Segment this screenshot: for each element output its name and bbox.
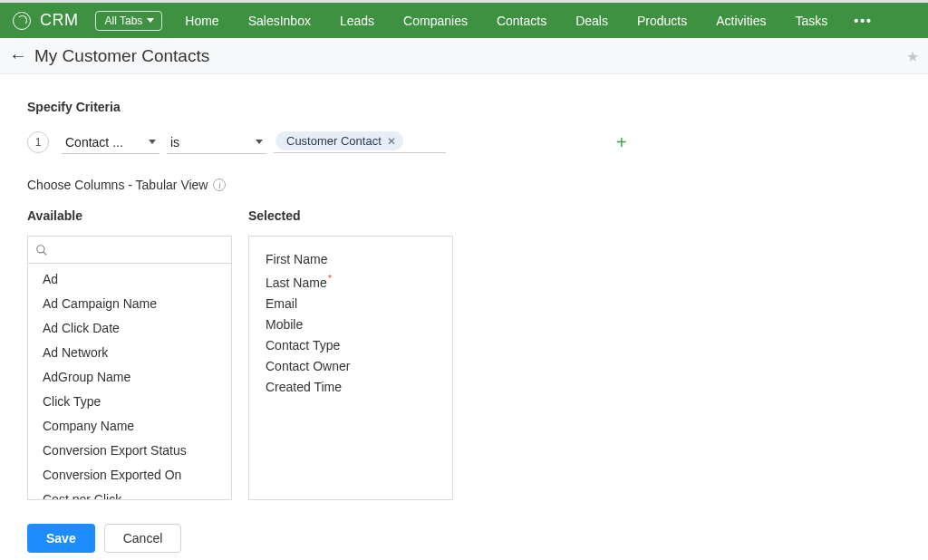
- list-item[interactable]: Ad Click Date: [28, 316, 231, 341]
- nav-item-products[interactable]: Products: [625, 3, 699, 38]
- list-item[interactable]: Ad Network: [28, 341, 231, 365]
- criteria-value-chip: Customer Contact ✕: [276, 131, 403, 150]
- svg-line-1: [44, 251, 47, 255]
- selected-item-label: Mobile: [266, 317, 303, 332]
- nav-item-contacts[interactable]: Contacts: [485, 3, 558, 38]
- selected-item-label: First Name: [266, 252, 327, 266]
- list-item[interactable]: AdGroup Name: [28, 365, 231, 390]
- selected-item[interactable]: Mobile: [266, 314, 436, 335]
- page-title: My Customer Contacts: [34, 46, 209, 66]
- choose-columns-label: Choose Columns - Tabular View i: [27, 178, 901, 192]
- search-icon: [35, 244, 48, 256]
- list-item[interactable]: Conversion Exported On: [28, 463, 231, 488]
- favorite-star-icon[interactable]: ★: [906, 47, 919, 64]
- info-icon[interactable]: i: [213, 179, 226, 191]
- criteria-condition-value: is: [170, 135, 179, 150]
- page-header: ← My Customer Contacts ★: [0, 38, 928, 74]
- chip-remove-icon[interactable]: ✕: [387, 135, 396, 148]
- chevron-down-icon: [256, 140, 263, 144]
- selected-item-label: Email: [266, 296, 297, 311]
- available-panel: Available Ad Ad Campaign Name Ad Click D…: [27, 208, 232, 500]
- top-navbar: CRM All Tabs Home SalesInbox Leads Compa…: [0, 3, 928, 38]
- list-item[interactable]: Conversion Export Status: [28, 439, 231, 463]
- nav-more-menu[interactable]: •••: [845, 14, 882, 28]
- brand-name: CRM: [40, 11, 79, 30]
- chevron-down-icon: [147, 18, 154, 23]
- nav-item-companies[interactable]: Companies: [392, 3, 479, 38]
- selected-item-label: Contact Type: [266, 338, 340, 352]
- nav-item-tasks[interactable]: Tasks: [783, 3, 839, 38]
- form-actions: Save Cancel: [0, 513, 928, 560]
- columns-section: Available Ad Ad Campaign Name Ad Click D…: [27, 208, 901, 500]
- selected-item[interactable]: Contact Owner: [266, 356, 436, 377]
- cancel-button[interactable]: Cancel: [104, 524, 182, 553]
- list-item[interactable]: Ad Campaign Name: [28, 292, 231, 316]
- criteria-chip-label: Customer Contact: [286, 134, 382, 148]
- list-item[interactable]: Click Type: [28, 390, 231, 414]
- svg-point-0: [37, 245, 44, 252]
- nav-item-leads[interactable]: Leads: [328, 3, 386, 38]
- selected-panel: Selected First Name Last Name* Email Mob…: [248, 208, 453, 500]
- criteria-field-value: Contact ...: [65, 135, 123, 150]
- criteria-row: 1 Contact ... is Customer Contact ✕ +: [27, 130, 901, 154]
- choose-columns-text: Choose Columns - Tabular View: [27, 178, 208, 192]
- available-heading: Available: [27, 208, 232, 223]
- list-item[interactable]: Cost per Click: [28, 488, 231, 500]
- selected-item[interactable]: Email: [266, 294, 436, 314]
- specify-criteria-heading: Specify Criteria: [27, 100, 901, 114]
- available-search-box[interactable]: [27, 236, 232, 263]
- nav-item-deals[interactable]: Deals: [564, 3, 620, 38]
- selected-item[interactable]: Last Name*: [266, 270, 436, 294]
- available-listbox[interactable]: Ad Ad Campaign Name Ad Click Date Ad Net…: [27, 263, 232, 500]
- criteria-condition-dropdown[interactable]: is: [167, 130, 266, 154]
- selected-item[interactable]: Created Time: [266, 377, 436, 398]
- selected-listbox[interactable]: First Name Last Name* Email Mobile Conta…: [248, 236, 453, 500]
- selected-item-label: Last Name: [266, 275, 327, 290]
- selected-item-label: Created Time: [266, 380, 342, 394]
- all-tabs-label: All Tabs: [105, 14, 143, 27]
- brand-logo-icon: [13, 12, 31, 30]
- available-search-input[interactable]: [48, 243, 224, 256]
- chevron-down-icon: [149, 140, 156, 144]
- nav-item-activities[interactable]: Activities: [704, 3, 778, 38]
- main-content: Specify Criteria 1 Contact ... is Custom…: [0, 74, 928, 513]
- selected-item[interactable]: Contact Type: [266, 335, 436, 356]
- selected-item-label: Contact Owner: [266, 359, 350, 373]
- criteria-field-dropdown[interactable]: Contact ...: [62, 130, 160, 154]
- criteria-index-badge: 1: [27, 131, 49, 153]
- criteria-value-input[interactable]: Customer Contact ✕: [274, 131, 446, 153]
- all-tabs-dropdown[interactable]: All Tabs: [95, 11, 163, 31]
- list-item[interactable]: Ad: [28, 267, 231, 292]
- save-button[interactable]: Save: [27, 524, 95, 553]
- back-arrow-icon[interactable]: ←: [9, 42, 34, 70]
- required-star-icon: *: [328, 273, 332, 284]
- list-item[interactable]: Company Name: [28, 414, 231, 439]
- selected-heading: Selected: [248, 208, 453, 223]
- nav-item-home[interactable]: Home: [173, 3, 230, 38]
- selected-item[interactable]: First Name: [266, 249, 436, 270]
- nav-item-salesinbox[interactable]: SalesInbox: [237, 3, 323, 38]
- add-criteria-button[interactable]: +: [616, 133, 627, 151]
